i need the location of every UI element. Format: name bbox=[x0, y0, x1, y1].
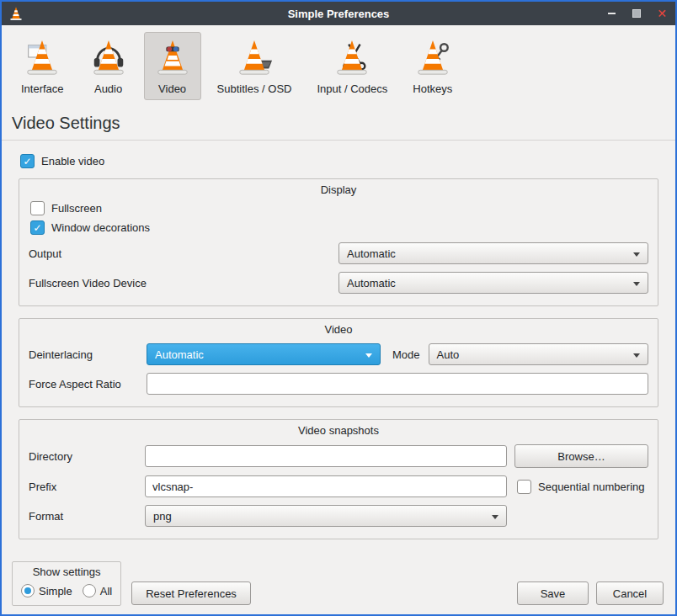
chevron-down-icon bbox=[492, 515, 498, 519]
window-title: Simple Preferences bbox=[2, 8, 675, 20]
chevron-down-icon bbox=[633, 252, 640, 257]
toolbar-item-label: Audio bbox=[94, 82, 122, 95]
display-group: Display Fullscreen Window decorations Ou… bbox=[19, 178, 658, 306]
window-decorations-label: Window decorations bbox=[51, 221, 150, 234]
preferences-toolbar: Interface Audio Video Subtitles / OSD In… bbox=[2, 25, 675, 104]
titlebar: Simple Preferences ✕ bbox=[2, 2, 675, 25]
directory-input[interactable] bbox=[145, 445, 507, 467]
toolbar-item-subtitles-osd[interactable]: Subtitles / OSD bbox=[208, 32, 301, 100]
toolbar-item-label: Interface bbox=[21, 82, 64, 95]
fullscreen-checkbox[interactable] bbox=[30, 201, 45, 215]
format-label: Format bbox=[29, 510, 145, 523]
directory-label: Directory bbox=[29, 450, 145, 463]
all-radio[interactable] bbox=[83, 584, 96, 597]
enable-video-label: Enable video bbox=[41, 155, 104, 167]
mode-label: Mode bbox=[392, 348, 420, 361]
show-settings-title: Show settings bbox=[21, 566, 112, 578]
force-aspect-ratio-input[interactable] bbox=[147, 373, 648, 395]
all-radio-label: All bbox=[100, 585, 112, 597]
video-icon bbox=[153, 38, 192, 79]
audio-icon bbox=[89, 38, 128, 79]
fullscreen-device-select-value: Automatic bbox=[347, 277, 396, 289]
close-icon: ✕ bbox=[657, 8, 667, 19]
maximize-icon bbox=[632, 9, 641, 18]
show-settings-simple-option[interactable]: Simple bbox=[21, 584, 72, 597]
force-aspect-ratio-label: Force Aspect Ratio bbox=[29, 378, 147, 390]
toolbar-item-label: Hotkeys bbox=[413, 82, 452, 95]
prefix-input[interactable] bbox=[145, 475, 507, 497]
format-select-value: png bbox=[153, 510, 172, 523]
sequential-numbering-label: Sequential numbering bbox=[538, 481, 644, 493]
hotkeys-icon bbox=[413, 38, 452, 79]
window-decorations-checkbox[interactable] bbox=[30, 220, 45, 235]
reset-preferences-button[interactable]: Reset Preferences bbox=[131, 581, 251, 605]
video-group-title: Video bbox=[27, 323, 650, 336]
heading-divider bbox=[2, 140, 675, 141]
output-label: Output bbox=[29, 247, 61, 260]
chevron-down-icon bbox=[633, 353, 640, 358]
show-settings-group: Show settings Simple All bbox=[12, 561, 121, 606]
output-select[interactable]: Automatic bbox=[338, 242, 648, 264]
enable-video-checkbox[interactable] bbox=[20, 154, 35, 168]
toolbar-item-label: Video bbox=[158, 82, 186, 95]
save-button[interactable]: Save bbox=[517, 581, 589, 605]
fullscreen-label: Fullscreen bbox=[51, 202, 102, 215]
toolbar-item-label: Input / Codecs bbox=[317, 82, 387, 95]
display-group-title: Display bbox=[27, 183, 650, 196]
toolbar-item-interface[interactable]: Interface bbox=[12, 32, 73, 100]
sequential-numbering-checkbox[interactable] bbox=[517, 480, 531, 494]
toolbar-item-label: Subtitles / OSD bbox=[217, 82, 292, 95]
cancel-button[interactable]: Cancel bbox=[596, 581, 664, 605]
subtitles-osd-icon bbox=[235, 38, 274, 79]
toolbar-item-input-codecs[interactable]: Input / Codecs bbox=[307, 32, 397, 100]
deinterlacing-select-value: Automatic bbox=[155, 348, 204, 361]
simple-radio[interactable] bbox=[21, 584, 35, 597]
minimize-icon bbox=[608, 13, 616, 14]
maximize-button[interactable] bbox=[630, 7, 643, 20]
chevron-down-icon bbox=[365, 353, 372, 358]
deinterlacing-select[interactable]: Automatic bbox=[147, 343, 381, 365]
video-snapshots-group-title: Video snapshots bbox=[27, 424, 650, 437]
prefix-label: Prefix bbox=[29, 481, 145, 493]
deinterlacing-label: Deinterlacing bbox=[29, 348, 147, 361]
browse-button[interactable]: Browse… bbox=[514, 444, 648, 468]
simple-radio-label: Simple bbox=[39, 585, 72, 597]
minimize-button[interactable] bbox=[605, 7, 618, 20]
toolbar-item-video[interactable]: Video bbox=[144, 32, 201, 100]
mode-select-value: Auto bbox=[437, 348, 460, 361]
page-title: Video Settings bbox=[12, 114, 675, 133]
video-group: Video Deinterlacing Automatic Mode Auto … bbox=[19, 318, 658, 407]
toolbar-item-hotkeys[interactable]: Hotkeys bbox=[403, 32, 461, 100]
output-select-value: Automatic bbox=[347, 247, 396, 260]
video-snapshots-group: Video snapshots Directory Browse… Prefix… bbox=[19, 419, 658, 539]
chevron-down-icon bbox=[633, 282, 640, 286]
close-button[interactable]: ✕ bbox=[655, 7, 669, 20]
footer: Show settings Simple All Reset Preferenc… bbox=[2, 561, 675, 614]
fullscreen-device-select[interactable]: Automatic bbox=[338, 272, 648, 294]
show-settings-all-option[interactable]: All bbox=[83, 584, 112, 597]
fullscreen-device-label: Fullscreen Video Device bbox=[29, 277, 147, 289]
toolbar-item-audio[interactable]: Audio bbox=[80, 32, 137, 100]
interface-icon bbox=[23, 38, 61, 79]
preferences-window: Simple Preferences ✕ Interface Audio Vid… bbox=[0, 0, 677, 616]
format-select[interactable]: png bbox=[145, 505, 507, 527]
mode-select[interactable]: Auto bbox=[429, 343, 648, 365]
input-codecs-icon bbox=[333, 38, 371, 79]
